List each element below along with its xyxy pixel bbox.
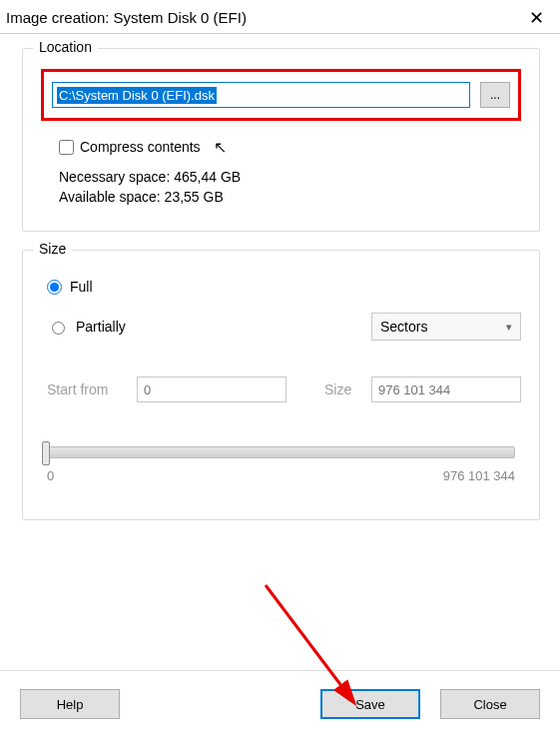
range-slider[interactable]: 0 976 101 344: [47, 446, 515, 483]
location-highlight: C:\System Disk 0 (EFI).dsk ...: [41, 69, 521, 121]
slider-handle[interactable]: [42, 441, 50, 465]
size-input[interactable]: [371, 376, 521, 402]
slider-track[interactable]: [47, 446, 515, 458]
slider-max: 976 101 344: [443, 468, 515, 483]
button-bar: Help Save Close: [0, 670, 560, 719]
size-legend: Size: [33, 241, 72, 257]
browse-button[interactable]: ...: [480, 82, 510, 108]
unit-select[interactable]: Sectors ▾: [371, 313, 521, 341]
dialog-content: Location C:\System Disk 0 (EFI).dsk ... …: [0, 34, 560, 548]
available-space: Available space: 23,55 GB: [59, 189, 521, 205]
start-from-label: Start from: [47, 381, 127, 397]
location-group: Location C:\System Disk 0 (EFI).dsk ... …: [22, 48, 540, 232]
size-label: Size: [324, 381, 361, 397]
path-value: C:\System Disk 0 (EFI).dsk: [57, 87, 217, 104]
path-input[interactable]: C:\System Disk 0 (EFI).dsk: [52, 82, 470, 108]
range-row: Start from Size: [47, 376, 521, 402]
window-title: Image creation: System Disk 0 (EFI): [6, 9, 247, 26]
size-group: Size Full Partially Sectors ▾ Start from…: [22, 250, 540, 520]
size-partial-label: Partially: [76, 319, 126, 335]
size-partial-radio[interactable]: [52, 322, 65, 335]
save-button[interactable]: Save: [320, 689, 420, 719]
chevron-down-icon: ▾: [506, 321, 512, 334]
compress-label: Compress contents: [80, 139, 201, 155]
compress-checkbox[interactable]: [59, 140, 74, 155]
compress-checkbox-row[interactable]: Compress contents: [59, 139, 521, 155]
size-full-radio[interactable]: [47, 280, 62, 295]
size-partial-row: Partially Sectors ▾: [47, 313, 521, 341]
titlebar: Image creation: System Disk 0 (EFI) ✕: [0, 0, 560, 34]
slider-labels: 0 976 101 344: [47, 468, 515, 483]
unit-selected: Sectors: [380, 319, 427, 335]
close-button[interactable]: Close: [440, 689, 540, 719]
start-from-input[interactable]: [137, 376, 286, 402]
size-full-label: Full: [70, 279, 93, 295]
close-icon[interactable]: ✕: [521, 7, 552, 29]
help-button[interactable]: Help: [20, 689, 120, 719]
slider-min: 0: [47, 468, 54, 483]
location-legend: Location: [33, 39, 98, 55]
size-full-row[interactable]: Full: [47, 279, 521, 295]
necessary-space: Necessary space: 465,44 GB: [59, 169, 521, 185]
